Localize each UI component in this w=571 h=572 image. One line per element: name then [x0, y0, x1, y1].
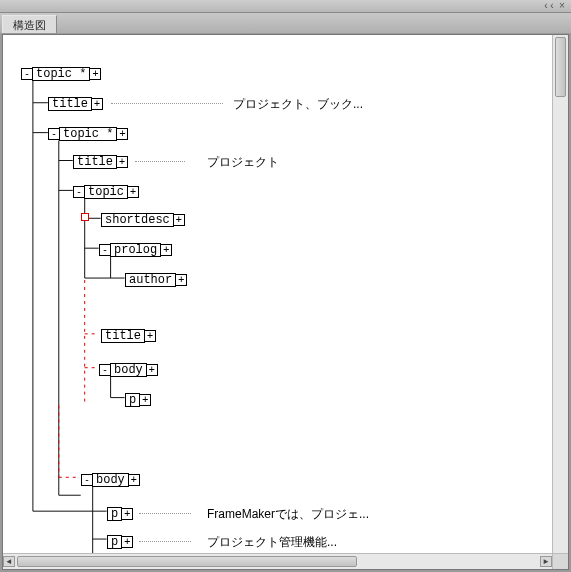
tree-node-body[interactable]: - body +	[99, 362, 158, 378]
tree-node-shortdesc[interactable]: shortdesc +	[101, 212, 185, 228]
element-tag[interactable]: topic *	[59, 127, 117, 141]
tree-node-prolog[interactable]: - prolog +	[99, 242, 172, 258]
element-tag[interactable]: title	[48, 97, 92, 111]
scroll-thumb[interactable]	[17, 556, 357, 567]
element-tag[interactable]: author	[125, 273, 176, 287]
close-icon[interactable]: ×	[559, 1, 565, 12]
vertical-scrollbar[interactable]	[552, 35, 568, 553]
insert-after-button[interactable]: +	[146, 364, 158, 376]
dot-leader	[111, 103, 223, 104]
element-tag[interactable]: topic	[84, 185, 128, 199]
insert-after-button[interactable]: +	[139, 394, 151, 406]
dot-leader	[139, 513, 191, 514]
insert-after-button[interactable]: +	[116, 156, 128, 168]
tree-node-author[interactable]: author +	[125, 272, 187, 288]
tab-structure-view[interactable]: 構造図	[2, 15, 57, 33]
tree-node-p[interactable]: p +	[107, 534, 133, 550]
element-tag[interactable]: p	[107, 507, 122, 521]
insert-after-button[interactable]: +	[128, 474, 140, 486]
dot-leader	[139, 541, 191, 542]
tree-node-topic[interactable]: - topic * +	[21, 66, 101, 82]
tree-node-title[interactable]: title +	[48, 96, 103, 112]
content-preview: プロジェクト、ブック...	[233, 96, 363, 113]
element-tag[interactable]: p	[125, 393, 140, 407]
insert-after-button[interactable]: +	[173, 214, 185, 226]
tree-node-p[interactable]: p +	[125, 392, 151, 408]
scroll-right-icon[interactable]: ►	[540, 556, 552, 567]
tree-node-topic[interactable]: - topic +	[73, 184, 139, 200]
element-tag[interactable]: body	[92, 473, 129, 487]
horizontal-scrollbar[interactable]: ◄ ►	[3, 553, 552, 569]
structure-panel: - topic * + title + プロジェクト、ブック... - topi…	[2, 34, 569, 570]
tree-node-title[interactable]: title +	[101, 328, 156, 344]
insert-after-button[interactable]: +	[89, 68, 101, 80]
scroll-corner	[552, 553, 568, 569]
element-tag[interactable]: prolog	[110, 243, 161, 257]
element-tag[interactable]: shortdesc	[101, 213, 174, 227]
tree-viewport: - topic * + title + プロジェクト、ブック... - topi…	[3, 35, 552, 553]
insert-after-button[interactable]: +	[121, 508, 133, 520]
insert-after-button[interactable]: +	[160, 244, 172, 256]
tab-strip: 構造図	[0, 13, 571, 33]
tree-node-title[interactable]: title +	[73, 154, 128, 170]
content-preview: プロジェクト管理機能...	[207, 534, 337, 551]
element-tag[interactable]: title	[73, 155, 117, 169]
insert-after-button[interactable]: +	[144, 330, 156, 342]
element-tag[interactable]: topic *	[32, 67, 90, 81]
panel-top-bar: ‹‹ ×	[0, 0, 571, 13]
tree-node-body[interactable]: - body +	[81, 472, 140, 488]
structure-tree: - topic * + title + プロジェクト、ブック... - topi…	[3, 35, 552, 553]
insert-after-button[interactable]: +	[91, 98, 103, 110]
element-tag[interactable]: p	[107, 535, 122, 549]
scroll-thumb[interactable]	[555, 37, 566, 97]
minimize-icon[interactable]: ‹‹	[543, 1, 555, 12]
insert-after-button[interactable]: +	[116, 128, 128, 140]
insert-after-button[interactable]: +	[121, 536, 133, 548]
dot-leader	[135, 161, 185, 162]
insert-after-button[interactable]: +	[127, 186, 139, 198]
insert-after-button[interactable]: +	[175, 274, 187, 286]
validation-marker[interactable]	[81, 213, 89, 221]
content-preview: FrameMakerでは、プロジェ...	[207, 506, 369, 523]
element-tag[interactable]: title	[101, 329, 145, 343]
element-tag[interactable]: body	[110, 363, 147, 377]
tree-node-topic[interactable]: - topic * +	[48, 126, 128, 142]
scroll-left-icon[interactable]: ◄	[3, 556, 15, 567]
tree-node-p[interactable]: p +	[107, 506, 133, 522]
content-preview: プロジェクト	[207, 154, 279, 171]
